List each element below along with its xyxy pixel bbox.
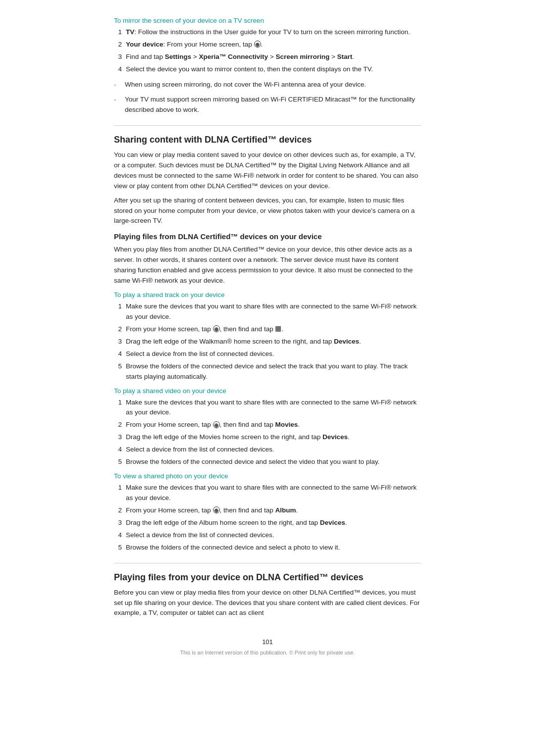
dlna-intro: You can view or play media content saved… <box>114 150 421 192</box>
step-num: 4 <box>114 445 122 455</box>
step-num: 2 <box>114 324 122 335</box>
table-row: 3 Drag the left edge of the Album home s… <box>114 518 421 528</box>
note-text: Your TV must support screen mirroring ba… <box>125 95 421 115</box>
step-content: From your Home screen, tap ⊕, then find … <box>126 505 421 516</box>
table-row: 5 Browse the folders of the connected de… <box>114 457 421 467</box>
step-content: Browse the folders of the connected devi… <box>126 543 421 553</box>
photo-subsection: To view a shared photo on your device 1 … <box>114 472 421 553</box>
page-number: 101 <box>114 638 421 646</box>
table-row: 2 From your Home screen, tap ⊕, then fin… <box>114 505 421 516</box>
bold-devices3: Devices <box>320 519 345 526</box>
page: To mirror the screen of your device on a… <box>74 0 461 756</box>
bold-tv: TV <box>126 28 134 36</box>
video-title: To play a shared video on your device <box>114 387 421 395</box>
playing-from-device-intro: Before you can view or play media files … <box>114 588 421 619</box>
table-row: 4 Select the device you want to mirror c… <box>114 64 421 75</box>
step-content: Select a device from the list of connect… <box>126 530 421 541</box>
bold-devices2: Devices <box>322 433 348 441</box>
mirror-steps-list: 1 TV: Follow the instructions in the Use… <box>114 27 421 75</box>
step-content: Select the device you want to mirror con… <box>126 64 421 75</box>
table-row: 1 Make sure the devices that you want to… <box>114 302 421 322</box>
note-text: When using screen mirroring, do not cove… <box>125 80 366 91</box>
step-num: 1 <box>114 302 122 322</box>
step-content: Select a device from the list of connect… <box>126 349 421 359</box>
step-num: 4 <box>114 349 122 359</box>
step-content: Drag the left edge of the Album home scr… <box>126 518 421 528</box>
step-num: 2 <box>114 505 122 516</box>
icon-circle: ⊕ <box>254 41 261 48</box>
step-num: 5 <box>114 543 122 553</box>
footer-note: This is an Internet version of this publ… <box>114 650 421 655</box>
bold-album: Album <box>275 506 296 514</box>
step-content: Make sure the devices that you want to s… <box>126 483 421 504</box>
step-num: 3 <box>114 337 122 347</box>
note-bullet: · <box>114 95 120 115</box>
step-num: 4 <box>114 530 122 541</box>
table-row: 5 Browse the folders of the connected de… <box>114 361 421 382</box>
dlna-heading: Sharing content with DLNA Certified™ dev… <box>114 133 421 145</box>
step-num: 2 <box>114 40 122 50</box>
step-num: 1 <box>114 398 122 418</box>
bold-mirroring: Screen mirroring <box>275 53 329 60</box>
playing-from-device-section: Playing files from your device on DLNA C… <box>114 563 421 619</box>
bold-start: Start <box>337 53 353 60</box>
photo-title: To view a shared photo on your device <box>114 472 421 480</box>
step-num: 3 <box>114 52 122 62</box>
table-row: 1 Make sure the devices that you want to… <box>114 398 421 418</box>
icon-home: ⊕ <box>213 325 220 332</box>
track-title: To play a shared track on your device <box>114 291 421 299</box>
table-row: 1 TV: Follow the instructions in the Use… <box>114 27 421 38</box>
table-row: 2 From your Home screen, tap ⊕, then fin… <box>114 324 421 335</box>
step-content: Drag the left edge of the Walkman® home … <box>126 337 421 347</box>
step-num: 1 <box>114 483 122 504</box>
note-bullet: · <box>114 80 120 91</box>
step-content: Make sure the devices that you want to s… <box>126 398 421 418</box>
step-content: Make sure the devices that you want to s… <box>126 302 421 322</box>
playing-files-heading: Playing files from DLNA Certified™ devic… <box>114 231 421 241</box>
step-content: Browse the folders of the connected devi… <box>126 457 421 467</box>
step-num: 2 <box>114 420 122 430</box>
step-num: 4 <box>114 64 122 75</box>
step-num: 3 <box>114 432 122 443</box>
table-row: 2 Your device: From your Home screen, ta… <box>114 40 421 50</box>
table-row: 5 Browse the folders of the connected de… <box>114 543 421 553</box>
table-row: 3 Find and tap Settings > Xperia™ Connec… <box>114 52 421 62</box>
step-content: Find and tap Settings > Xperia™ Connecti… <box>126 52 421 62</box>
photo-steps-list: 1 Make sure the devices that you want to… <box>114 483 421 553</box>
track-subsection: To play a shared track on your device 1 … <box>114 291 421 382</box>
note-wifi: · When using screen mirroring, do not co… <box>114 80 421 91</box>
table-row: 4 Select a device from the list of conne… <box>114 530 421 541</box>
bold-xperia: Xperia™ Connectivity <box>199 53 268 60</box>
bold-settings: Settings <box>165 53 191 60</box>
step-num: 3 <box>114 518 122 528</box>
step-num: 1 <box>114 27 122 38</box>
table-row: 1 Make sure the devices that you want to… <box>114 483 421 504</box>
bold-device: Your device <box>126 41 163 48</box>
table-row: 3 Drag the left edge of the Movies home … <box>114 432 421 443</box>
table-row: 3 Drag the left edge of the Walkman® hom… <box>114 337 421 347</box>
step-content: From your Home screen, tap ⊕, then find … <box>126 420 421 430</box>
page-footer: 101 This is an Internet version of this … <box>114 633 421 655</box>
step-content: Browse the folders of the connected devi… <box>126 361 421 382</box>
table-row: 4 Select a device from the list of conne… <box>114 445 421 455</box>
table-row: 2 From your Home screen, tap ⊕, then fin… <box>114 420 421 430</box>
video-subsection: To play a shared video on your device 1 … <box>114 387 421 468</box>
icon-home-3: ⊕ <box>213 506 220 513</box>
dlna-section: Sharing content with DLNA Certified™ dev… <box>114 125 421 226</box>
step-content: From your Home screen, tap ⊕, then find … <box>126 324 421 335</box>
table-row: 4 Select a device from the list of conne… <box>114 349 421 359</box>
step-num: 5 <box>114 457 122 467</box>
step-content: Drag the left edge of the Movies home sc… <box>126 432 421 443</box>
track-steps-list: 1 Make sure the devices that you want to… <box>114 302 421 382</box>
bold-devices: Devices <box>334 338 359 345</box>
video-steps-list: 1 Make sure the devices that you want to… <box>114 398 421 468</box>
icon-filter: ▦ <box>275 324 281 334</box>
playing-from-device-heading: Playing files from your device on DLNA C… <box>114 570 421 583</box>
step-content: Your device: From your Home screen, tap … <box>126 40 421 50</box>
note-miracast: · Your TV must support screen mirroring … <box>114 95 421 115</box>
bold-movies: Movies <box>275 421 298 428</box>
step-num: 5 <box>114 361 122 382</box>
dlna-intro2: After you set up the sharing of content … <box>114 196 421 227</box>
icon-home-2: ⊕ <box>213 421 220 428</box>
step-content: Select a device from the list of connect… <box>126 445 421 455</box>
